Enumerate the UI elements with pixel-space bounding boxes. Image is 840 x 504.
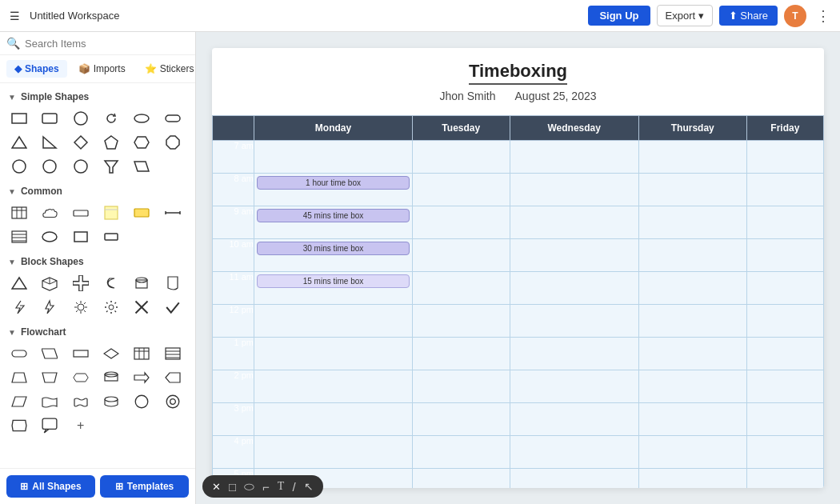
shape-highlight[interactable] bbox=[129, 202, 154, 224]
cal-cell[interactable] bbox=[638, 305, 746, 338]
shape-rectangle[interactable] bbox=[37, 107, 62, 130]
shape-fc-arrow[interactable] bbox=[129, 366, 154, 389]
tool-pen[interactable]: / bbox=[292, 480, 295, 494]
all-shapes-button[interactable]: ⊞ All Shapes bbox=[6, 475, 95, 498]
shape-3d-box[interactable] bbox=[37, 272, 62, 294]
cal-cell[interactable] bbox=[746, 338, 823, 370]
shape-fc-cyl[interactable] bbox=[98, 366, 124, 389]
cal-cell[interactable] bbox=[413, 239, 510, 272]
cal-cell[interactable] bbox=[413, 338, 510, 370]
shape-fc-tape[interactable] bbox=[37, 390, 62, 413]
shape-fc-arrow2[interactable] bbox=[160, 366, 186, 389]
cal-cell[interactable] bbox=[510, 338, 638, 370]
shape-document[interactable] bbox=[160, 272, 186, 294]
shape-fc-hex[interactable] bbox=[68, 366, 94, 389]
shape-table2[interactable] bbox=[6, 226, 32, 248]
cal-cell[interactable] bbox=[510, 272, 638, 305]
shape-fc-callout[interactable] bbox=[37, 414, 62, 437]
cal-cell[interactable] bbox=[746, 206, 823, 239]
shape-rounded-rect[interactable] bbox=[160, 107, 186, 130]
shape-fc-trap2[interactable] bbox=[37, 366, 62, 389]
cal-cell[interactable] bbox=[510, 141, 638, 174]
cal-cell[interactable] bbox=[746, 239, 823, 272]
cal-cell[interactable] bbox=[746, 174, 823, 206]
tool-select[interactable]: ↖ bbox=[304, 480, 314, 493]
cal-cell[interactable] bbox=[510, 206, 638, 239]
cal-cell[interactable] bbox=[510, 305, 638, 338]
shape-cross[interactable] bbox=[68, 272, 94, 294]
shape-rect3[interactable] bbox=[98, 226, 124, 248]
cal-cell[interactable] bbox=[638, 272, 746, 305]
shape-diamond[interactable] bbox=[68, 131, 94, 154]
shape-rectangle-rounded[interactable] bbox=[6, 107, 32, 130]
cal-cell[interactable] bbox=[510, 436, 638, 469]
cal-cell[interactable] bbox=[254, 305, 413, 338]
cal-cell[interactable] bbox=[638, 174, 746, 206]
cal-cell[interactable] bbox=[746, 436, 823, 469]
cal-cell[interactable] bbox=[254, 436, 413, 469]
tool-rect[interactable]: □ bbox=[229, 480, 236, 494]
cal-cell[interactable] bbox=[510, 403, 638, 436]
cal-cell[interactable] bbox=[638, 370, 746, 403]
shape-fc-disk[interactable] bbox=[98, 390, 124, 413]
cal-cell[interactable] bbox=[413, 305, 510, 338]
cal-cell[interactable] bbox=[746, 370, 823, 403]
shape-fc-grid2[interactable] bbox=[160, 342, 186, 365]
menu-icon[interactable]: ☰ bbox=[6, 6, 23, 26]
tool-text[interactable]: T bbox=[278, 480, 285, 493]
shape-fc-grid[interactable] bbox=[129, 342, 154, 365]
section-flowchart[interactable]: ▼ Flowchart bbox=[0, 323, 195, 341]
cal-cell[interactable]: 30 mins time box bbox=[254, 239, 413, 272]
tab-shapes[interactable]: ◆ Shapes bbox=[6, 60, 67, 78]
section-common[interactable]: ▼ Common bbox=[0, 182, 195, 200]
cal-cell[interactable] bbox=[510, 239, 638, 272]
shape-triangle[interactable] bbox=[6, 131, 32, 154]
cal-cell[interactable] bbox=[413, 272, 510, 305]
shape-fc-step[interactable] bbox=[6, 390, 32, 413]
shape-fc-wave[interactable] bbox=[68, 390, 94, 413]
shape-lightning[interactable] bbox=[6, 296, 32, 318]
cal-cell[interactable] bbox=[413, 469, 510, 489]
shape-burst[interactable] bbox=[68, 296, 94, 318]
shape-right-triangle[interactable] bbox=[37, 131, 62, 154]
cal-cell[interactable] bbox=[510, 370, 638, 403]
section-simple-shapes[interactable]: ▼ Simple Shapes bbox=[0, 88, 195, 106]
timebox[interactable]: 45 mins time box bbox=[257, 209, 410, 222]
cal-cell[interactable] bbox=[746, 403, 823, 436]
timebox[interactable]: 15 mins time box bbox=[257, 274, 410, 288]
cal-cell[interactable] bbox=[413, 141, 510, 174]
cal-cell[interactable]: 15 mins time box bbox=[254, 272, 413, 305]
cal-cell[interactable] bbox=[638, 436, 746, 469]
cal-cell[interactable] bbox=[510, 469, 638, 489]
cal-cell[interactable] bbox=[413, 403, 510, 436]
shape-parallelogram[interactable] bbox=[129, 155, 154, 178]
shape-process[interactable] bbox=[68, 202, 94, 224]
shape-circle3[interactable] bbox=[37, 155, 62, 178]
cal-cell[interactable] bbox=[638, 239, 746, 272]
shape-lightning2[interactable] bbox=[37, 296, 62, 318]
cal-cell[interactable] bbox=[254, 370, 413, 403]
cal-cell[interactable] bbox=[638, 206, 746, 239]
shape-fc-para[interactable] bbox=[37, 342, 62, 365]
shape-x[interactable] bbox=[129, 296, 154, 318]
signup-button[interactable]: Sign Up bbox=[588, 6, 650, 26]
cal-cell[interactable] bbox=[413, 436, 510, 469]
avatar[interactable]: T bbox=[784, 5, 806, 27]
shape-circle4[interactable] bbox=[68, 155, 94, 178]
cal-cell[interactable] bbox=[254, 338, 413, 370]
shape-rect2[interactable] bbox=[68, 226, 94, 248]
shape-table[interactable] bbox=[6, 202, 32, 224]
tab-imports[interactable]: 📦 Imports bbox=[70, 60, 134, 78]
shape-fc-plus[interactable]: + bbox=[68, 414, 94, 437]
search-input[interactable] bbox=[25, 38, 189, 50]
shape-pentagon[interactable] bbox=[98, 131, 124, 154]
cal-cell[interactable] bbox=[638, 338, 746, 370]
cal-cell[interactable] bbox=[638, 403, 746, 436]
tab-stickers[interactable]: ⭐ Stickers bbox=[137, 60, 202, 78]
cal-cell[interactable] bbox=[638, 469, 746, 489]
templates-button[interactable]: ⊞ Templates bbox=[100, 475, 189, 498]
export-button[interactable]: Export ▾ bbox=[657, 5, 713, 26]
cal-cell[interactable] bbox=[413, 206, 510, 239]
canvas-area[interactable]: Timeboxing Jhon Smith August 25, 2023 Mo… bbox=[196, 32, 840, 504]
cal-cell[interactable] bbox=[413, 370, 510, 403]
